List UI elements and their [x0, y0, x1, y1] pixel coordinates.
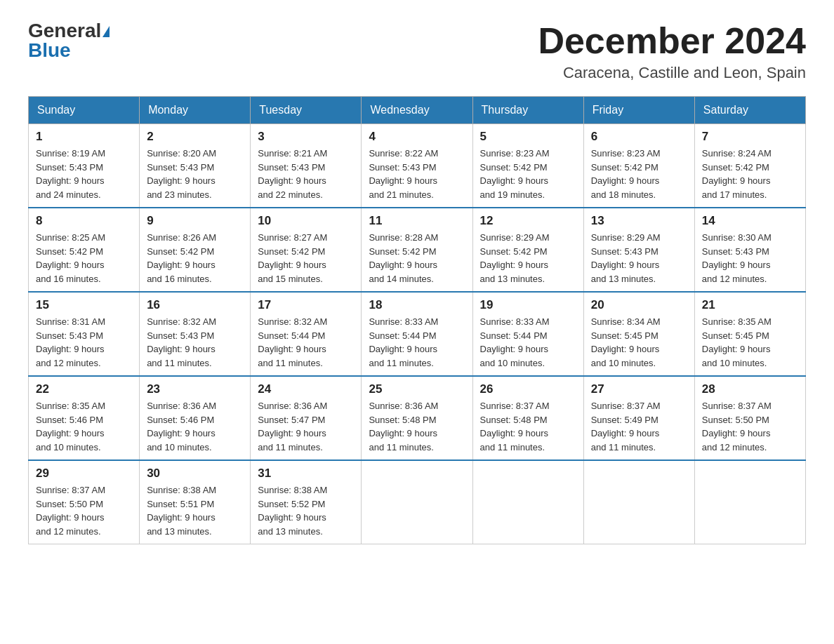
- table-row: 31Sunrise: 8:38 AMSunset: 5:52 PMDayligh…: [251, 460, 362, 544]
- day-number: 22: [36, 382, 132, 396]
- table-row: 28Sunrise: 8:37 AMSunset: 5:50 PMDayligh…: [694, 376, 805, 460]
- table-row: 15Sunrise: 8:31 AMSunset: 5:43 PMDayligh…: [29, 292, 140, 376]
- logo-blue-text: Blue: [28, 39, 71, 61]
- logo: General Blue: [28, 21, 110, 60]
- day-number: 21: [702, 298, 798, 312]
- day-info: Sunrise: 8:29 AMSunset: 5:42 PMDaylight:…: [480, 231, 576, 286]
- day-number: 20: [591, 298, 687, 312]
- day-info: Sunrise: 8:35 AMSunset: 5:46 PMDaylight:…: [36, 399, 132, 454]
- table-row: 23Sunrise: 8:36 AMSunset: 5:46 PMDayligh…: [140, 376, 251, 460]
- calendar-table: Sunday Monday Tuesday Wednesday Thursday…: [28, 96, 806, 544]
- logo-general-row: General: [28, 21, 110, 41]
- calendar-week-row: 15Sunrise: 8:31 AMSunset: 5:43 PMDayligh…: [29, 292, 806, 376]
- table-row: 18Sunrise: 8:33 AMSunset: 5:44 PMDayligh…: [362, 292, 472, 376]
- calendar-week-row: 8Sunrise: 8:25 AMSunset: 5:42 PMDaylight…: [29, 208, 806, 292]
- table-row: 9Sunrise: 8:26 AMSunset: 5:42 PMDaylight…: [140, 208, 251, 292]
- table-row: [362, 460, 472, 544]
- day-info: Sunrise: 8:23 AMSunset: 5:42 PMDaylight:…: [480, 147, 576, 201]
- day-info: Sunrise: 8:24 AMSunset: 5:42 PMDaylight:…: [702, 147, 798, 201]
- day-info: Sunrise: 8:22 AMSunset: 5:43 PMDaylight:…: [369, 147, 465, 201]
- table-row: 17Sunrise: 8:32 AMSunset: 5:44 PMDayligh…: [251, 292, 362, 376]
- day-number: 11: [369, 214, 465, 228]
- day-info: Sunrise: 8:38 AMSunset: 5:52 PMDaylight:…: [258, 483, 354, 538]
- day-number: 24: [258, 382, 354, 396]
- day-info: Sunrise: 8:32 AMSunset: 5:44 PMDaylight:…: [258, 315, 354, 370]
- day-info: Sunrise: 8:26 AMSunset: 5:42 PMDaylight:…: [147, 231, 243, 286]
- day-info: Sunrise: 8:27 AMSunset: 5:42 PMDaylight:…: [258, 231, 354, 286]
- calendar-week-row: 22Sunrise: 8:35 AMSunset: 5:46 PMDayligh…: [29, 376, 806, 460]
- table-row: 1Sunrise: 8:19 AMSunset: 5:43 PMDaylight…: [29, 124, 140, 208]
- page-header: General Blue December 2024 Caracena, Cas…: [28, 21, 806, 82]
- logo-triangle-icon: [102, 26, 110, 37]
- day-info: Sunrise: 8:34 AMSunset: 5:45 PMDaylight:…: [591, 315, 687, 370]
- table-row: 11Sunrise: 8:28 AMSunset: 5:42 PMDayligh…: [362, 208, 472, 292]
- day-number: 2: [147, 130, 243, 144]
- day-info: Sunrise: 8:37 AMSunset: 5:49 PMDaylight:…: [591, 399, 687, 454]
- table-row: 16Sunrise: 8:32 AMSunset: 5:43 PMDayligh…: [140, 292, 251, 376]
- day-number: 7: [702, 130, 798, 144]
- table-row: 12Sunrise: 8:29 AMSunset: 5:42 PMDayligh…: [472, 208, 583, 292]
- day-info: Sunrise: 8:31 AMSunset: 5:43 PMDaylight:…: [36, 315, 132, 370]
- logo-general-text: General: [28, 20, 101, 41]
- col-tuesday: Tuesday: [251, 97, 362, 124]
- table-row: 26Sunrise: 8:37 AMSunset: 5:48 PMDayligh…: [472, 376, 583, 460]
- table-row: 27Sunrise: 8:37 AMSunset: 5:49 PMDayligh…: [583, 376, 694, 460]
- table-row: 21Sunrise: 8:35 AMSunset: 5:45 PMDayligh…: [694, 292, 805, 376]
- title-block: December 2024 Caracena, Castille and Leo…: [538, 21, 806, 82]
- day-info: Sunrise: 8:19 AMSunset: 5:43 PMDaylight:…: [36, 147, 132, 201]
- col-saturday: Saturday: [694, 97, 805, 124]
- table-row: 25Sunrise: 8:36 AMSunset: 5:48 PMDayligh…: [362, 376, 472, 460]
- table-row: 30Sunrise: 8:38 AMSunset: 5:51 PMDayligh…: [140, 460, 251, 544]
- day-info: Sunrise: 8:20 AMSunset: 5:43 PMDaylight:…: [147, 147, 243, 201]
- table-row: 14Sunrise: 8:30 AMSunset: 5:43 PMDayligh…: [694, 208, 805, 292]
- day-info: Sunrise: 8:30 AMSunset: 5:43 PMDaylight:…: [702, 231, 798, 286]
- day-info: Sunrise: 8:38 AMSunset: 5:51 PMDaylight:…: [147, 483, 243, 538]
- calendar-week-row: 1Sunrise: 8:19 AMSunset: 5:43 PMDaylight…: [29, 124, 806, 208]
- table-row: [694, 460, 805, 544]
- day-info: Sunrise: 8:36 AMSunset: 5:47 PMDaylight:…: [258, 399, 354, 454]
- table-row: 13Sunrise: 8:29 AMSunset: 5:43 PMDayligh…: [583, 208, 694, 292]
- day-number: 4: [369, 130, 465, 144]
- day-number: 28: [702, 382, 798, 396]
- table-row: 10Sunrise: 8:27 AMSunset: 5:42 PMDayligh…: [251, 208, 362, 292]
- day-number: 6: [591, 130, 687, 144]
- day-number: 29: [36, 467, 132, 481]
- day-number: 18: [369, 298, 465, 312]
- day-number: 1: [36, 130, 132, 144]
- day-info: Sunrise: 8:37 AMSunset: 5:50 PMDaylight:…: [702, 399, 798, 454]
- day-number: 14: [702, 214, 798, 228]
- col-sunday: Sunday: [29, 97, 140, 124]
- day-number: 23: [147, 382, 243, 396]
- day-number: 26: [480, 382, 576, 396]
- table-row: 29Sunrise: 8:37 AMSunset: 5:50 PMDayligh…: [29, 460, 140, 544]
- col-thursday: Thursday: [472, 97, 583, 124]
- day-info: Sunrise: 8:25 AMSunset: 5:42 PMDaylight:…: [36, 231, 132, 286]
- day-number: 30: [147, 467, 243, 481]
- table-row: 24Sunrise: 8:36 AMSunset: 5:47 PMDayligh…: [251, 376, 362, 460]
- table-row: 4Sunrise: 8:22 AMSunset: 5:43 PMDaylight…: [362, 124, 472, 208]
- day-info: Sunrise: 8:35 AMSunset: 5:45 PMDaylight:…: [702, 315, 798, 370]
- day-info: Sunrise: 8:28 AMSunset: 5:42 PMDaylight:…: [369, 231, 465, 286]
- location-title: Caracena, Castille and Leon, Spain: [538, 64, 806, 82]
- calendar-header-row: Sunday Monday Tuesday Wednesday Thursday…: [29, 97, 806, 124]
- table-row: 20Sunrise: 8:34 AMSunset: 5:45 PMDayligh…: [583, 292, 694, 376]
- day-number: 27: [591, 382, 687, 396]
- day-number: 31: [258, 467, 354, 481]
- table-row: [472, 460, 583, 544]
- day-number: 15: [36, 298, 132, 312]
- table-row: 19Sunrise: 8:33 AMSunset: 5:44 PMDayligh…: [472, 292, 583, 376]
- table-row: 6Sunrise: 8:23 AMSunset: 5:42 PMDaylight…: [583, 124, 694, 208]
- col-wednesday: Wednesday: [362, 97, 472, 124]
- day-number: 19: [480, 298, 576, 312]
- day-number: 13: [591, 214, 687, 228]
- day-number: 10: [258, 214, 354, 228]
- col-friday: Friday: [583, 97, 694, 124]
- day-info: Sunrise: 8:32 AMSunset: 5:43 PMDaylight:…: [147, 315, 243, 370]
- day-info: Sunrise: 8:33 AMSunset: 5:44 PMDaylight:…: [480, 315, 576, 370]
- table-row: 7Sunrise: 8:24 AMSunset: 5:42 PMDaylight…: [694, 124, 805, 208]
- day-number: 16: [147, 298, 243, 312]
- table-row: 2Sunrise: 8:20 AMSunset: 5:43 PMDaylight…: [140, 124, 251, 208]
- table-row: [583, 460, 694, 544]
- month-title: December 2024: [538, 21, 806, 61]
- table-row: 8Sunrise: 8:25 AMSunset: 5:42 PMDaylight…: [29, 208, 140, 292]
